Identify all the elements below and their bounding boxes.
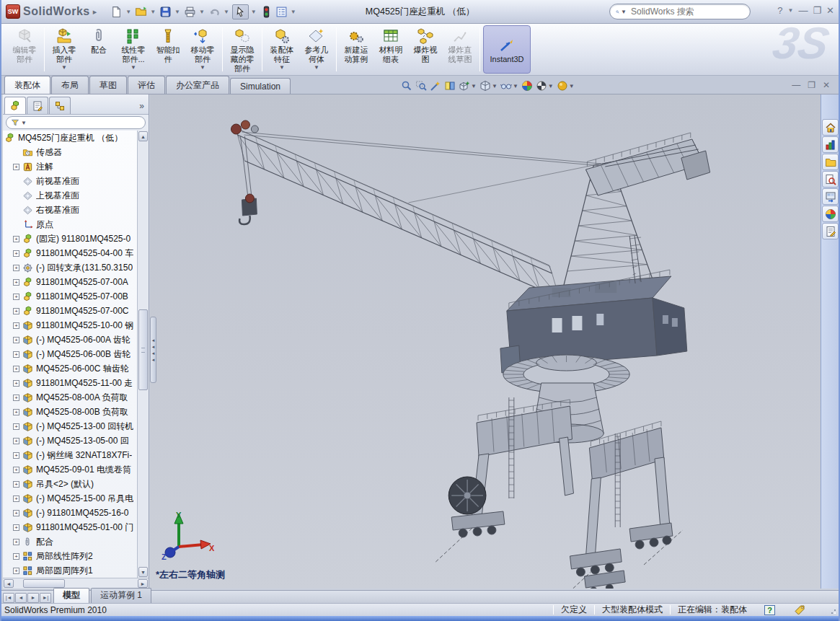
- scroll-up-arrow[interactable]: ▲: [138, 131, 148, 141]
- document-tab-model[interactable]: 模型: [53, 588, 89, 603]
- expand-toggle[interactable]: +: [13, 423, 19, 430]
- search-box[interactable]: ▼: [609, 4, 751, 19]
- expand-toggle[interactable]: +: [13, 438, 19, 444]
- ribbon-button-linear-pattern[interactable]: 线性零部件...▼: [117, 25, 150, 74]
- tree-item[interactable]: +MQ4525-06-00C 轴齿轮: [3, 361, 137, 376]
- dropdown-arrow-icon[interactable]: ▼: [61, 65, 67, 71]
- tree-item[interactable]: +(-) MQ4525-06-00B 齿轮: [3, 347, 137, 361]
- search-results-button[interactable]: [822, 171, 839, 188]
- solidworks-app-icon[interactable]: SW: [6, 4, 20, 19]
- zoom-to-fit-button[interactable]: [399, 79, 414, 92]
- command-tab-Simulation[interactable]: Simulation: [230, 78, 291, 94]
- tree-item[interactable]: +911801MQ4525-07-00C: [3, 304, 137, 318]
- tree-item[interactable]: +911801MQ4525-01-00 门: [3, 520, 137, 534]
- tree-item[interactable]: +911801MQ4525-11-00 走: [3, 376, 137, 390]
- new-document-button[interactable]: [110, 4, 123, 19]
- search-input[interactable]: [629, 6, 744, 17]
- hscroll-thumb[interactable]: [23, 579, 65, 588]
- tree-item[interactable]: +注解: [3, 159, 137, 174]
- expand-toggle[interactable]: +: [13, 496, 19, 502]
- dropdown-arrow-icon[interactable]: ▼: [471, 83, 477, 89]
- expand-toggle[interactable]: +: [13, 568, 19, 574]
- tree-item[interactable]: +(-) 钢丝绳 32NAT18X7Fi-: [3, 448, 137, 462]
- tree-item[interactable]: 上视基准面: [3, 188, 137, 203]
- tree-item[interactable]: +MQ4525-08-00B 负荷取: [3, 405, 137, 419]
- print-button[interactable]: [183, 4, 197, 19]
- tree-item[interactable]: +(固定) 911801MQ4525-0: [3, 232, 137, 246]
- search-scope-arrow[interactable]: ▼: [621, 9, 627, 15]
- expand-toggle[interactable]: +: [13, 164, 19, 170]
- view-settings-button[interactable]: ▼: [555, 79, 576, 92]
- tree-item[interactable]: +(-) 回转支承(131.50.3150: [3, 260, 137, 275]
- expand-toggle[interactable]: +: [13, 467, 19, 473]
- tree-item[interactable]: 前视基准面: [3, 174, 137, 188]
- quick-tips-help-icon[interactable]: ?: [764, 605, 775, 615]
- ribbon-button-bom[interactable]: 材料明细表: [374, 25, 407, 74]
- dropdown-arrow-icon[interactable]: ▼: [569, 83, 575, 89]
- command-tab-评估[interactable]: 评估: [128, 76, 165, 94]
- tab-configuration-manager[interactable]: [49, 97, 71, 114]
- filter-dropdown-arrow[interactable]: ▼: [21, 120, 27, 126]
- custom-properties-button[interactable]: [822, 223, 839, 239]
- doc-restore-button[interactable]: ❐: [808, 80, 815, 90]
- select-dropdown-arrow[interactable]: ▼: [251, 9, 257, 15]
- options-button[interactable]: [275, 4, 288, 19]
- ribbon-button-instant3d[interactable]: Instant3D: [483, 25, 531, 74]
- tree-root-item[interactable]: MQ4525门座起重机 （低）: [3, 131, 137, 145]
- tree-item[interactable]: 原点: [3, 217, 137, 232]
- tree-item[interactable]: +MQ4525-08-00A 负荷取: [3, 390, 137, 405]
- command-tab-布局[interactable]: 布局: [51, 76, 89, 94]
- ribbon-button-ref-geometry[interactable]: 参考几何体▼: [300, 25, 333, 74]
- print-dropdown-arrow[interactable]: ▼: [199, 9, 205, 15]
- tag-icon[interactable]: [794, 604, 805, 616]
- open-dropdown-arrow[interactable]: ▼: [150, 9, 156, 15]
- expand-toggle[interactable]: +: [13, 366, 19, 372]
- menu-expand-chevron[interactable]: ▸: [93, 7, 97, 17]
- tab-property-manager[interactable]: [27, 97, 48, 114]
- ribbon-button-mate-big[interactable]: 配合: [82, 25, 115, 74]
- doc-close-button[interactable]: ✕: [823, 80, 830, 90]
- expand-toggle[interactable]: +: [13, 265, 19, 271]
- design-library-button[interactable]: [822, 136, 839, 153]
- crane-model[interactable]: [150, 94, 821, 589]
- expand-toggle[interactable]: +: [13, 380, 19, 387]
- dropdown-arrow-icon[interactable]: ▼: [131, 65, 136, 71]
- section-view-button[interactable]: [443, 79, 457, 92]
- expand-toggle[interactable]: +: [13, 481, 19, 488]
- expand-toggle[interactable]: +: [13, 395, 19, 401]
- file-explorer-button[interactable]: [822, 154, 839, 170]
- new-dropdown-arrow[interactable]: ▼: [125, 9, 131, 15]
- tab-nav-last-button[interactable]: ►|: [40, 593, 51, 603]
- expand-toggle[interactable]: +: [13, 308, 19, 314]
- options-dropdown-arrow[interactable]: ▼: [291, 9, 296, 15]
- tree-item[interactable]: +(-) MQ4525-13-05-00 回: [3, 433, 137, 448]
- expand-toggle[interactable]: +: [13, 409, 19, 415]
- tree-item[interactable]: +(-) MQ4525-06-00A 齿轮: [3, 332, 137, 347]
- dropdown-arrow-icon[interactable]: ▼: [513, 83, 518, 89]
- command-tab-装配体[interactable]: 装配体: [4, 76, 50, 94]
- help-dropdown-arrow[interactable]: ▼: [788, 7, 794, 14]
- tree-item[interactable]: +局部圆周阵列1: [3, 563, 137, 578]
- expand-toggle[interactable]: +: [13, 337, 19, 343]
- open-button[interactable]: [134, 4, 148, 19]
- view-palette-button[interactable]: [822, 188, 839, 205]
- tree-horizontal-scrollbar[interactable]: ◄ ►: [3, 578, 149, 589]
- zoom-to-area-button[interactable]: [414, 79, 428, 92]
- rebuild-traffic-light-icon[interactable]: [260, 4, 273, 19]
- scroll-left-arrow[interactable]: ◄: [4, 579, 14, 588]
- dropdown-arrow-icon[interactable]: ▼: [279, 65, 285, 71]
- expand-toggle[interactable]: +: [13, 236, 19, 242]
- tree-item[interactable]: +911801MQ4525-07-00A: [3, 275, 137, 289]
- close-button[interactable]: ✕: [826, 5, 834, 16]
- solidworks-resources-button[interactable]: [822, 119, 839, 136]
- document-tab-motion-study[interactable]: 运动算例 1: [91, 588, 151, 603]
- dropdown-arrow-icon[interactable]: ▼: [314, 65, 319, 71]
- tree-item[interactable]: +局部线性阵列2: [3, 549, 137, 563]
- edit-appearance-button[interactable]: [520, 79, 534, 92]
- resize-grip[interactable]: [828, 607, 836, 614]
- minimize-button[interactable]: —: [798, 5, 808, 16]
- save-button[interactable]: [159, 4, 172, 19]
- scroll-down-arrow[interactable]: ▼: [138, 567, 148, 577]
- ribbon-button-insert-comp[interactable]: 插入零部件▼: [48, 25, 81, 74]
- expand-toggle[interactable]: +: [13, 250, 19, 257]
